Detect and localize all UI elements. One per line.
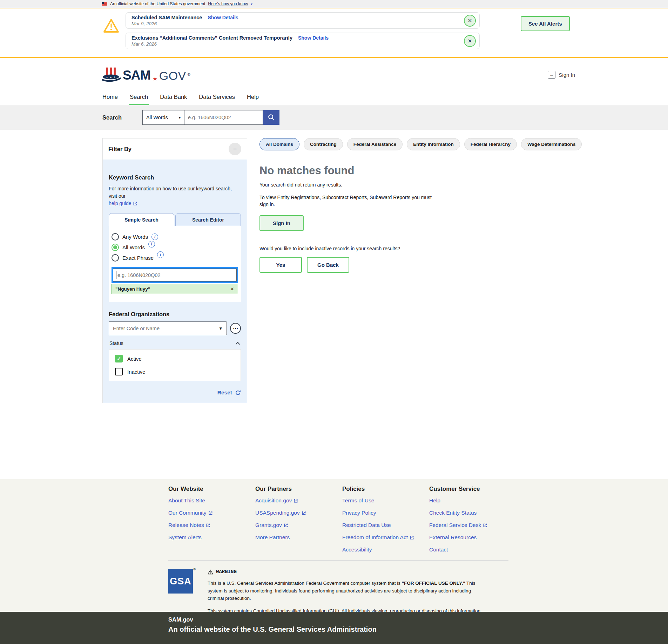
status-option-active[interactable]: ✓ Active	[115, 355, 235, 362]
caret-down-icon: ▼	[218, 326, 223, 331]
radio-any-words-label: Any Words	[122, 234, 148, 240]
reset-filters-link[interactable]: Reset	[109, 389, 241, 396]
alert-close-button[interactable]: ✕	[464, 15, 476, 27]
see-all-alerts-button[interactable]: See All Alerts	[521, 16, 570, 31]
footer-link-about-this-site[interactable]: About This Site	[168, 497, 255, 504]
federal-org-select[interactable]: Enter Code or Name ▼	[109, 321, 227, 335]
alert-date: Mar 9, 2026	[131, 21, 458, 26]
search-submit-button[interactable]	[263, 110, 279, 125]
info-icon[interactable]: i	[151, 233, 158, 240]
ellipsis-icon: ⋯	[233, 325, 238, 331]
footer-link-acquisition-gov[interactable]: Acquisition.gov	[255, 497, 342, 504]
status-section-toggle[interactable]: Status	[109, 340, 241, 346]
sam-gov-search-page: An official website of the United States…	[0, 0, 668, 644]
footer-column-our-partners: Our Partners Acquisition.gov USASpending…	[255, 486, 342, 559]
close-icon: ✕	[468, 18, 472, 23]
keyword-input-focus-ring	[112, 267, 238, 283]
reset-icon	[235, 390, 241, 396]
site-header: ★ ★ ★ SAM★GOV ® ← Sign In	[0, 58, 668, 91]
no-matches-title: No matches found	[259, 164, 561, 177]
federal-organizations-heading: Federal Organizations	[109, 311, 241, 318]
brand-sam: SAM	[123, 68, 150, 83]
nav-item-help[interactable]: Help	[246, 91, 259, 105]
keyword-search-heading: Keyword Search	[109, 174, 241, 181]
no-results-text: Your search did not return any results.	[259, 182, 561, 188]
help-guide-link[interactable]: help guide	[109, 200, 137, 207]
radio-exact-phrase[interactable]	[112, 254, 119, 262]
footer-link-foia[interactable]: Freedom of Information Act	[342, 534, 429, 541]
footer-link-restricted-data-use[interactable]: Restricted Data Use	[342, 522, 429, 528]
filter-panel: Filter By − Keyword Search For more info…	[102, 138, 247, 403]
search-icon	[268, 114, 275, 121]
alert-card: Scheduled SAM Maintenance Show Details M…	[126, 12, 480, 29]
radio-any-words[interactable]	[112, 233, 119, 240]
external-link-icon	[302, 511, 306, 515]
footer-link-our-community[interactable]: Our Community	[168, 510, 255, 516]
tab-simple-search[interactable]: Simple Search	[109, 213, 174, 226]
collapse-filters-button[interactable]: −	[229, 143, 241, 155]
registered-mark: ®	[188, 72, 190, 76]
results-area: All Domains Contracting Federal Assistan…	[259, 138, 561, 273]
nav-item-data-services[interactable]: Data Services	[198, 91, 236, 105]
nav-item-search[interactable]: Search	[129, 91, 149, 105]
radio-all-words[interactable]	[112, 244, 119, 251]
warning-paragraph-1: This is a U.S. General Services Administ…	[208, 579, 488, 602]
alert-close-button[interactable]: ✕	[464, 35, 476, 47]
how-you-know-link[interactable]: Here’s how you know	[208, 1, 248, 6]
main-nav: Home Search Data Bank Data Services Help	[0, 91, 668, 105]
domain-pill-federal-hierarchy[interactable]: Federal Hierarchy	[464, 138, 517, 150]
yes-button[interactable]: Yes	[259, 257, 302, 273]
nav-item-data-bank[interactable]: Data Bank	[159, 91, 188, 105]
radio-exact-phrase-label: Exact Phrase	[122, 255, 154, 261]
status-option-inactive[interactable]: Inactive	[115, 368, 235, 375]
domain-pill-contracting[interactable]: Contracting	[304, 138, 343, 150]
org-more-options-button[interactable]: ⋯	[230, 323, 241, 334]
domain-pill-wage-determinations[interactable]: Wage Determinations	[521, 138, 582, 150]
footer-link-help[interactable]: Help	[429, 497, 516, 504]
footer-link-release-notes[interactable]: Release Notes	[168, 522, 255, 528]
nav-item-home[interactable]: Home	[102, 91, 119, 105]
footer-link-privacy-policy[interactable]: Privacy Policy	[342, 510, 429, 516]
footer-link-federal-service-desk[interactable]: Federal Service Desk	[429, 522, 516, 528]
info-icon[interactable]: i	[148, 241, 155, 248]
footer-link-external-resources[interactable]: External Resources	[429, 534, 516, 541]
footer-link-contact[interactable]: Contact	[429, 547, 516, 553]
domain-pill-all-domains[interactable]: All Domains	[259, 138, 299, 150]
alert-title: Exclusions “Additional Comments” Content…	[131, 35, 292, 41]
footer-link-accessibility[interactable]: Accessibility	[342, 547, 429, 553]
footer-column-our-website: Our Website About This Site Our Communit…	[168, 486, 255, 559]
header-sign-in-link[interactable]: ← Sign In	[548, 71, 575, 79]
warning-triangle-icon	[103, 18, 119, 34]
footer-link-usaspending-gov[interactable]: USASpending.gov	[255, 510, 342, 516]
show-details-link[interactable]: Show Details	[208, 15, 238, 20]
checkbox-inactive[interactable]	[115, 368, 123, 375]
simple-search-card: Any Words i All Words i Exact Phrase i	[109, 226, 241, 302]
keyword-tabs: Simple Search Search Editor	[109, 213, 241, 226]
minus-icon: −	[233, 145, 237, 152]
identifier-agency-text: An official website of the U.S. General …	[168, 625, 668, 633]
tab-search-editor[interactable]: Search Editor	[175, 213, 241, 226]
tag-remove-icon[interactable]: ✕	[230, 286, 234, 292]
footer-link-grants-gov[interactable]: Grants.gov	[255, 522, 342, 528]
keyword-search-input[interactable]	[113, 269, 237, 282]
footer-link-more-partners[interactable]: More Partners	[255, 534, 342, 541]
search-scope-select[interactable]: All Words ▾	[142, 110, 184, 125]
domain-pill-entity-information[interactable]: Entity Information	[407, 138, 460, 150]
footer-heading: Our Partners	[255, 486, 342, 493]
info-icon[interactable]: i	[157, 251, 164, 258]
domain-pills: All Domains Contracting Federal Assistan…	[259, 138, 561, 150]
go-back-button[interactable]: Go Back	[307, 257, 349, 273]
sam-gov-logo[interactable]: ★ ★ ★ SAM★GOV ®	[102, 67, 190, 83]
domain-pill-federal-assistance[interactable]: Federal Assistance	[347, 138, 403, 150]
footer-link-terms-of-use[interactable]: Terms of Use	[342, 497, 429, 504]
keyword-tag: "Nguyen Huyy" ✕	[112, 284, 238, 294]
checkbox-active[interactable]: ✓	[115, 355, 123, 362]
footer-link-system-alerts[interactable]: System Alerts	[168, 534, 255, 541]
global-search-input[interactable]	[184, 110, 263, 125]
show-details-link[interactable]: Show Details	[298, 35, 329, 41]
brand-gov: GOV	[159, 69, 186, 83]
external-link-icon	[483, 523, 487, 528]
footer-link-check-entity-status[interactable]: Check Entity Status	[429, 510, 516, 516]
alert-card: Exclusions “Additional Comments” Content…	[126, 33, 480, 49]
sign-in-button[interactable]: Sign In	[259, 215, 304, 231]
